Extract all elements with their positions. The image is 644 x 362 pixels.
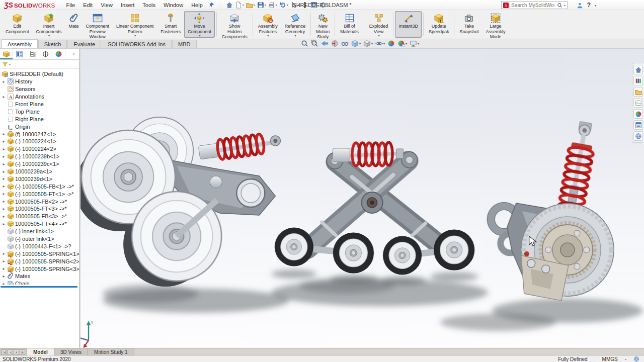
quick-access-button[interactable]: ▾ <box>268 2 278 9</box>
task-pane-button[interactable] <box>633 131 643 141</box>
expand-arrow-icon[interactable]: ▸ <box>2 274 6 279</box>
expand-arrow-icon[interactable]: ▸ <box>2 199 6 204</box>
ribbon-button[interactable]: New Motion Study <box>312 11 333 38</box>
menu-item[interactable]: Window <box>159 1 187 9</box>
study-nav-button[interactable] <box>2 349 7 355</box>
expand-arrow-icon[interactable]: ▸ <box>2 184 6 189</box>
tree-item[interactable]: ▸ (-) 10000224<2> <box>0 145 79 153</box>
tree-item[interactable]: ▸ 10000505-FT<3> ->* <box>0 205 79 213</box>
manager-tab[interactable] <box>52 49 65 59</box>
tree-item[interactable]: ▸ History <box>0 78 79 85</box>
tree-item[interactable]: ▸ (f) 10000247<1> <box>0 130 79 138</box>
window-button[interactable] <box>624 2 631 9</box>
study-nav-button[interactable] <box>20 349 25 355</box>
units-custom[interactable]: - <box>625 356 626 362</box>
window-button[interactable] <box>613 2 620 9</box>
study-tab[interactable]: Motion Study 1 <box>88 348 134 355</box>
expand-arrow-icon[interactable]: ▸ <box>2 147 6 151</box>
heads-up-button[interactable]: ▾ <box>351 40 361 47</box>
ribbon-button[interactable]: Smart Fasteners <box>157 11 184 38</box>
task-pane-button[interactable] <box>633 109 643 119</box>
doc-window-button[interactable] <box>634 40 640 46</box>
tree-item[interactable]: ▸ 10000505-FB<2> ->* <box>0 198 79 205</box>
tree-item[interactable]: ▸ (-) 10000505-SPRING<3> -> <box>0 265 79 273</box>
task-pane-button[interactable] <box>633 76 643 85</box>
ribbon-button[interactable]: Assembly Features ▾ <box>255 11 281 38</box>
quick-access-button[interactable]: ▾ <box>257 2 267 9</box>
filter-caret-icon[interactable]: ▾ <box>9 62 11 66</box>
expand-arrow-icon[interactable]: ▸ <box>2 79 6 84</box>
ribbon-button[interactable]: Show Hidden Components <box>218 11 251 38</box>
ribbon-button[interactable]: Move Component ▾ <box>184 11 215 38</box>
search-icon[interactable] <box>557 3 562 8</box>
ribbon-button[interactable]: Linear Component Pattern ▾ <box>113 11 157 38</box>
expand-arrow-icon[interactable]: ▸ <box>2 132 6 136</box>
filter-icon[interactable] <box>2 61 8 67</box>
expand-arrow-icon[interactable]: ▸ <box>2 214 6 219</box>
tree-item[interactable]: ▸ (-) 10000443-F<1> ->? <box>0 242 79 250</box>
expand-arrow-icon[interactable]: ▸ <box>2 207 6 211</box>
search-box[interactable]: S ▾ <box>501 1 568 9</box>
help-button[interactable]: ? <box>587 2 591 9</box>
menu-item[interactable]: Tools <box>138 1 159 9</box>
ribbon-button[interactable]: Instant3D <box>395 11 422 38</box>
tree-item[interactable]: ▸ Top Plane <box>0 108 79 115</box>
menu-item[interactable]: File <box>62 1 79 9</box>
command-tab[interactable]: SOLIDWORKS Add-Ins <box>102 40 172 48</box>
menu-item[interactable]: Insert <box>117 1 139 9</box>
expand-arrow-icon[interactable]: ▸ <box>2 162 6 166</box>
tree-item[interactable]: ▸ (-) inner link<1> <box>0 228 79 235</box>
ribbon-button[interactable]: Insert Components ▾ <box>33 11 65 38</box>
task-pane-button[interactable] <box>633 120 643 130</box>
pin-menu-icon[interactable] <box>208 2 215 9</box>
task-pane-button[interactable] <box>633 87 643 97</box>
expand-arrow-icon[interactable]: ▸ <box>2 259 6 263</box>
heads-up-button[interactable] <box>341 40 349 47</box>
tree-item[interactable]: ▸ Chain <box>0 280 79 285</box>
panel-flyout-chevron[interactable]: › <box>70 50 77 56</box>
tree-item[interactable]: ▸ (-) 10000505-SPRING<2> -> <box>0 257 79 265</box>
tree-item[interactable]: ▸ Mates <box>0 273 79 280</box>
tree-item[interactable]: ▸ (-) outer link<1> <box>0 235 79 243</box>
window-button[interactable] <box>635 2 642 9</box>
heads-up-button[interactable] <box>387 40 395 47</box>
tree-item[interactable]: ▸ Right Plane <box>0 115 79 123</box>
task-pane-button[interactable] <box>633 98 643 108</box>
tree-filter-bar[interactable]: ▾ <box>0 60 79 69</box>
study-nav-button[interactable] <box>8 349 13 355</box>
study-tab[interactable]: Model <box>27 348 54 355</box>
task-pane-button[interactable] <box>633 65 643 74</box>
expand-arrow-icon[interactable]: ▸ <box>2 282 6 285</box>
expand-arrow-icon[interactable]: ▸ <box>2 222 6 226</box>
help-caret-icon[interactable]: ▾ <box>595 4 596 7</box>
tree-item[interactable]: ▸ 10000239d<1> <box>0 175 79 183</box>
ribbon-button[interactable]: Large Assembly Mode <box>482 11 509 38</box>
doc-window-button[interactable] <box>602 40 608 46</box>
status-tag-icon[interactable] <box>633 356 639 362</box>
ribbon-button[interactable]: Mate <box>65 11 83 38</box>
expand-arrow-icon[interactable]: ▸ <box>2 266 6 271</box>
heads-up-button[interactable]: ▾ <box>363 40 373 47</box>
expand-arrow-icon[interactable]: ▸ <box>2 251 6 256</box>
heads-up-button[interactable] <box>321 40 329 47</box>
expand-arrow-icon[interactable]: ▸ <box>2 154 6 159</box>
tree-item[interactable]: ▸ Sensors <box>0 85 79 93</box>
ribbon-button[interactable]: Update Speedpak <box>425 11 453 38</box>
ribbon-button[interactable]: Bill of Materials <box>337 11 362 38</box>
command-tab[interactable]: MBD <box>172 40 196 48</box>
command-tab[interactable]: Sketch <box>38 40 67 48</box>
expand-arrow-icon[interactable]: ▸ <box>2 176 6 181</box>
manager-tab[interactable] <box>39 49 52 59</box>
study-nav-button[interactable] <box>14 349 19 355</box>
tree-item[interactable]: ▸ A Annotations <box>0 93 79 101</box>
heads-up-button[interactable]: ▾ <box>410 40 419 47</box>
quick-access-button[interactable]: ▾ <box>279 2 289 9</box>
search-input[interactable] <box>510 2 555 9</box>
ribbon-button[interactable]: Exploded View ▾ <box>366 11 392 38</box>
quick-access-button[interactable]: ▾ <box>234 2 245 9</box>
user-account-icon[interactable] <box>577 2 583 9</box>
tree-item[interactable]: ▸ 10000505-FB<3> ->* <box>0 213 79 220</box>
expand-arrow-icon[interactable]: ▸ <box>2 95 6 99</box>
ribbon-button[interactable]: Edit Component <box>2 11 33 38</box>
manager-tab[interactable] <box>13 49 26 59</box>
